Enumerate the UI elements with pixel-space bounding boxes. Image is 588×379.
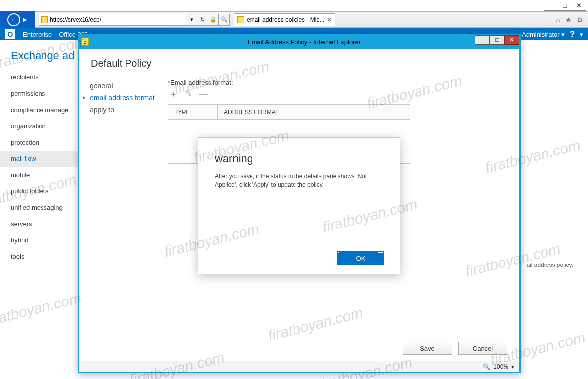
add-icon[interactable]: ＋ — [169, 89, 178, 98]
sidebar-item-publicfolders[interactable]: public folders — [0, 183, 78, 199]
browser-toolbar: ← ▶ https://srvex16/ecp/ ▾ ↻ 🔒 🔍 email a… — [0, 11, 588, 28]
sidebar-item-unifiedmessaging[interactable]: unified messaging — [0, 199, 78, 216]
table-header-type[interactable]: TYPE — [168, 105, 218, 119]
page-title: Exchange ad — [0, 49, 78, 69]
warning-title: warning — [215, 152, 383, 165]
office-logo-icon: O — [5, 29, 16, 39]
toolbar-icons: ＋ ✎ — — [169, 89, 503, 98]
refresh-button[interactable]: ↻ — [197, 14, 208, 26]
lock-icon[interactable]: 🔒 — [208, 14, 219, 26]
zoom-level: 100% — [493, 363, 508, 370]
warning-dialog: warning After you save, if the status in… — [198, 137, 400, 274]
sidebar-item-servers[interactable]: servers — [0, 216, 78, 232]
browser-tools: ⌂ ★ ⚙ — [556, 16, 583, 24]
sidebar-item-tools[interactable]: tools — [0, 248, 78, 265]
help-dropdown-icon[interactable]: ▾ — [580, 31, 583, 38]
help-button[interactable]: ? — [570, 30, 575, 38]
favorites-icon[interactable]: ★ — [565, 16, 572, 24]
edit-icon[interactable]: ✎ — [185, 89, 192, 98]
tab-favicon-icon — [237, 16, 244, 23]
policy-heading: Default Policy — [79, 49, 519, 72]
email-format-label: *Email address format: — [168, 79, 503, 86]
remove-icon[interactable]: — — [199, 89, 208, 98]
ie-favicon-icon: e — [81, 38, 89, 46]
search-button[interactable]: 🔍 — [219, 14, 230, 26]
popup-close-button[interactable]: ✕ — [504, 35, 519, 45]
zoom-icon[interactable]: 🔍 — [483, 363, 490, 370]
popup-statusbar: 🔍 100% ▾ — [79, 361, 519, 372]
site-favicon-icon — [41, 16, 48, 23]
sidebar-item-mobile[interactable]: mobile — [0, 167, 78, 183]
browser-nav-buttons: ← ▶ — [0, 11, 35, 28]
os-window-controls: — □ ✕ — [544, 0, 586, 11]
address-bar-controls: ▾ ↻ 🔒 🔍 — [186, 14, 230, 26]
detail-hint-text: ail address policy. — [527, 262, 574, 268]
back-button[interactable]: ← — [7, 13, 20, 26]
home-icon[interactable]: ⌂ — [556, 16, 560, 24]
subnav-apply-to[interactable]: apply to — [90, 104, 168, 115]
settings-gear-icon[interactable]: ⚙ — [577, 16, 583, 24]
sidebar-item-mailflow[interactable]: mail flow — [0, 151, 78, 167]
dropdown-history-icon[interactable]: ▾ — [186, 14, 197, 26]
sidebar-item-organization[interactable]: organization — [0, 118, 78, 134]
sidebar-item-permissions[interactable]: permissions — [0, 85, 78, 102]
cancel-button[interactable]: Cancel — [458, 342, 507, 355]
policy-subnav: general email address format apply to — [79, 72, 168, 336]
sidebar-item-hybrid[interactable]: hybrid — [0, 232, 78, 248]
sidebar-item-protection[interactable]: protection — [0, 134, 78, 151]
browser-tab[interactable]: email address policies - Mic... ✕ — [234, 13, 335, 26]
warning-ok-button[interactable]: OK — [338, 252, 383, 264]
popup-footer: Save Cancel — [79, 336, 519, 361]
popup-minimize-button[interactable]: — — [475, 35, 490, 45]
popup-titlebar[interactable]: e Email Address Policy - Internet Explor… — [79, 35, 519, 49]
user-menu[interactable]: Administrator ▾ — [522, 31, 565, 38]
nav-enterprise[interactable]: Enterprise — [23, 31, 52, 38]
os-minimize-button[interactable]: — — [544, 0, 558, 10]
tab-title: email address policies - Mic... — [247, 16, 324, 23]
os-close-button[interactable]: ✕ — [572, 0, 586, 10]
os-maximize-button[interactable]: □ — [558, 0, 572, 10]
zoom-dropdown-icon[interactable]: ▾ — [511, 363, 514, 370]
popup-maximize-button[interactable]: □ — [490, 35, 504, 45]
forward-button[interactable]: ▶ — [23, 17, 27, 22]
exchange-sidebar: Exchange ad recipients permissions compl… — [0, 40, 78, 379]
sidebar-item-recipients[interactable]: recipients — [0, 69, 78, 85]
address-url: https://srvex16/ecp/ — [50, 16, 101, 23]
subnav-email-format[interactable]: email address format — [90, 92, 168, 104]
address-bar[interactable]: https://srvex16/ecp/ — [39, 14, 187, 26]
tab-close-button[interactable]: ✕ — [327, 16, 332, 23]
subnav-general[interactable]: general — [90, 80, 168, 92]
table-header-format[interactable]: ADDRESS FORMAT — [218, 105, 285, 119]
sidebar-item-compliance[interactable]: compliance manage — [0, 102, 78, 118]
popup-title-text: Email Address Policy - Internet Explorer — [89, 38, 519, 46]
save-button[interactable]: Save — [403, 342, 452, 355]
warning-message: After you save, if the status in the det… — [215, 172, 383, 189]
